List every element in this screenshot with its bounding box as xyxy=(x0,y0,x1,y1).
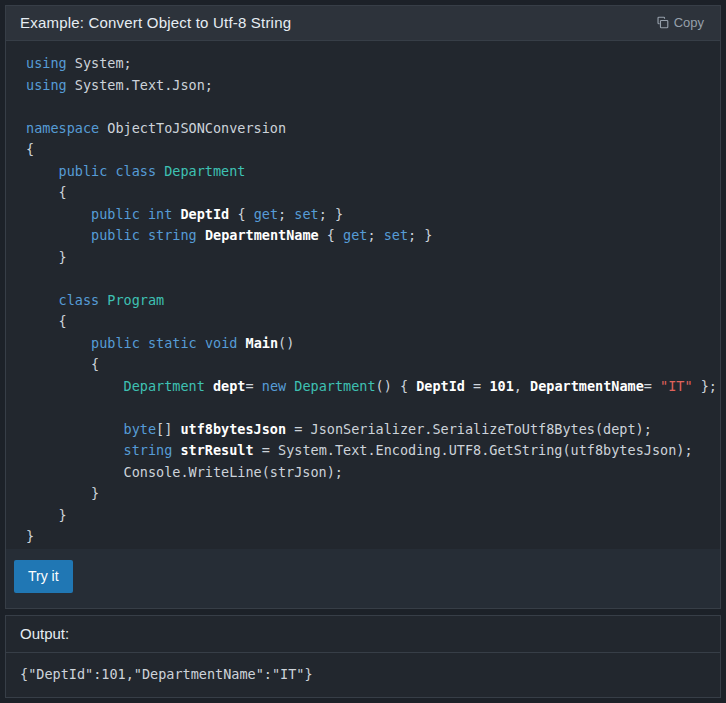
code-line: { xyxy=(26,311,704,333)
code-line xyxy=(26,268,704,290)
code-line: Console.WriteLine(strJson); xyxy=(26,462,704,484)
copy-icon xyxy=(656,16,669,29)
code-line xyxy=(26,397,704,419)
code-line: byte[] utf8bytesJson = JsonSerializer.Se… xyxy=(26,419,704,441)
example-title: Example: Convert Object to Utf-8 String xyxy=(20,14,291,31)
try-it-button[interactable]: Try it xyxy=(14,560,73,593)
code-line: } xyxy=(26,505,704,527)
code-line: string strResult = System.Text.Encoding.… xyxy=(26,440,704,462)
output-label: Output: xyxy=(6,616,720,653)
code-line: { xyxy=(26,354,704,376)
code-line: } xyxy=(26,483,704,505)
copy-button-label: Copy xyxy=(674,15,704,30)
code-line: public static void Main() xyxy=(26,333,704,355)
code-line: Department dept= new Department() { Dept… xyxy=(26,376,704,398)
code-line: using System; xyxy=(26,53,704,75)
code-line: } xyxy=(26,247,704,269)
code-line: public int DeptId { get; set; } xyxy=(26,204,704,226)
copy-button[interactable]: Copy xyxy=(652,13,708,32)
code-line: { xyxy=(26,139,704,161)
page: Example: Convert Object to Utf-8 String … xyxy=(0,0,726,703)
example-footer: Try it xyxy=(6,549,720,608)
code-line: } xyxy=(26,526,704,548)
output-value: {"DeptId":101,"DepartmentName":"IT"} xyxy=(6,653,720,697)
code-line: { xyxy=(26,182,704,204)
code-line: class Program xyxy=(26,290,704,312)
code-line: using System.Text.Json; xyxy=(26,75,704,97)
code-line: public class Department xyxy=(26,161,704,183)
code-line: namespace ObjectToJSONConversion xyxy=(26,118,704,140)
example-card: Example: Convert Object to Utf-8 String … xyxy=(5,5,721,609)
output-panel: Output: {"DeptId":101,"DepartmentName":"… xyxy=(5,615,721,698)
code-line: public string DepartmentName { get; set;… xyxy=(26,225,704,247)
code-line xyxy=(26,96,704,118)
example-header: Example: Convert Object to Utf-8 String … xyxy=(6,6,720,41)
code-block: using System;using System.Text.Json; nam… xyxy=(6,41,720,549)
